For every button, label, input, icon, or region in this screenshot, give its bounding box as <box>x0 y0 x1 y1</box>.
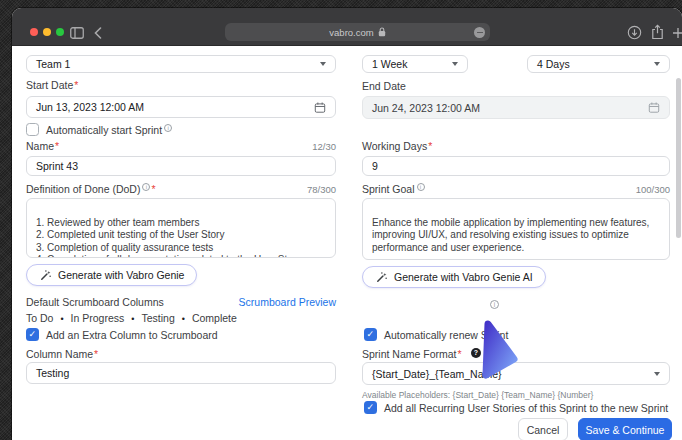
site-badge-icon[interactable] <box>474 27 485 38</box>
calendar-icon[interactable] <box>314 101 326 114</box>
auto-renew-checkbox[interactable] <box>364 328 377 341</box>
sprint-name-format-label: Sprint Name Format <box>362 348 462 360</box>
browser-toolbar: vabro.com <box>12 8 682 46</box>
screenshot-stage: vabro.com Team 1 Start <box>0 0 682 440</box>
scrumboard-preview-link[interactable]: Scrumboard Preview <box>239 296 336 308</box>
lock-icon <box>378 27 386 37</box>
new-tab-icon[interactable] <box>672 27 682 39</box>
column-testing: Testing <box>124 312 174 324</box>
dod-value: 1. Reviewed by other team members 2. Com… <box>36 217 301 258</box>
sprint-goal-label: Sprint Goal <box>362 183 425 195</box>
dod-label-row: Definition of Done (DoD) 78/300 <box>26 183 336 195</box>
info-icon <box>142 183 150 191</box>
goal-counter: 100/300 <box>636 184 670 195</box>
column-name-input[interactable]: Testing <box>26 362 336 384</box>
start-date-input[interactable]: Jun 13, 2023 12:00 AM <box>26 96 336 118</box>
duration-select[interactable]: 1 Week <box>362 55 468 73</box>
extra-column-label: Add an Extra Column to Scrumboard <box>46 329 218 341</box>
info-icon <box>417 183 425 191</box>
recurring-stories-label: Add all Recurring User Stories of this S… <box>384 402 668 414</box>
working-days-label: Working Days <box>362 140 432 152</box>
help-icon[interactable] <box>471 348 481 358</box>
generate-genie-button[interactable]: Generate with Vabro Genie <box>26 264 197 286</box>
column-todo: To Do <box>26 312 53 324</box>
save-continue-button[interactable]: Save & Continue <box>578 418 672 440</box>
recurring-stories-checkbox[interactable] <box>364 401 377 414</box>
cancel-button[interactable]: Cancel <box>518 418 568 440</box>
magic-wand-icon <box>39 269 52 282</box>
start-date-value: Jun 13, 2023 12:00 AM <box>36 101 144 113</box>
vertical-scrollbar[interactable] <box>676 78 681 238</box>
end-date-label: End Date <box>362 80 406 92</box>
extra-column-checkbox[interactable] <box>26 328 39 341</box>
sprint-goal-value: Enhance the mobile application by implem… <box>372 217 649 253</box>
name-value: Sprint 43 <box>36 160 78 172</box>
chevron-down-icon <box>654 372 660 376</box>
url-text: vabro.com <box>329 27 373 38</box>
name-label-row: Name 12/30 <box>26 140 336 152</box>
working-days-value: 9 <box>372 160 378 172</box>
days-value: 4 Days <box>537 58 570 70</box>
name-label: Name <box>26 140 59 152</box>
dod-counter: 78/300 <box>307 184 336 195</box>
auto-renew-label: Automatically renew Sprint <box>384 329 508 341</box>
info-icon[interactable] <box>490 300 499 309</box>
end-date-input: Jun 24, 2023 12:00 AM <box>362 96 670 119</box>
sprint-goal-textarea[interactable]: Enhance the mobile application by implem… <box>362 198 670 260</box>
team-select[interactable]: Team 1 <box>26 55 336 73</box>
dod-label: Definition of Done (DoD) <box>26 183 155 195</box>
name-input[interactable]: Sprint 43 <box>26 156 336 176</box>
start-date-label: Start Date <box>26 79 78 91</box>
address-bar[interactable]: vabro.com <box>225 23 490 41</box>
auto-start-label: Automatically start Sprint <box>46 124 172 136</box>
column-name-label: Column Name <box>26 348 98 360</box>
days-select[interactable]: 4 Days <box>527 55 670 73</box>
calendar-icon <box>648 101 660 114</box>
column-inprogress: In Progress <box>53 312 124 324</box>
goal-label-row: Sprint Goal 100/300 <box>362 183 670 195</box>
sprint-name-format-select[interactable]: {Start_Date}_{Team_Name} <box>362 362 670 385</box>
chevron-down-icon <box>654 62 660 66</box>
duration-value: 1 Week <box>372 58 407 70</box>
scrumboard-columns-label: Default Scrumboard Columns <box>26 296 164 308</box>
available-placeholders-text: Available Placeholders: {Start_Date} {Te… <box>362 390 593 400</box>
zoom-window-button[interactable] <box>56 28 64 36</box>
save-continue-button-label: Save & Continue <box>586 424 665 436</box>
generate-genie-ai-button[interactable]: Generate with Vabro Genie AI <box>362 266 546 288</box>
sprint-form: Team 1 Start Date Jun 13, 2023 12:00 AM … <box>12 46 682 440</box>
name-counter: 12/30 <box>312 141 336 152</box>
sprint-name-format-value: {Start_Date}_{Team_Name} <box>372 368 502 380</box>
working-days-input[interactable]: 9 <box>362 156 670 176</box>
chevron-down-icon <box>452 62 458 66</box>
column-complete: Complete <box>175 312 237 324</box>
minimize-window-button[interactable] <box>43 28 51 36</box>
dod-textarea[interactable]: 1. Reviewed by other team members 2. Com… <box>26 198 336 258</box>
auto-start-checkbox[interactable] <box>26 123 39 136</box>
cancel-button-label: Cancel <box>527 424 560 436</box>
browser-window: vabro.com Team 1 Start <box>12 8 682 440</box>
close-window-button[interactable] <box>30 28 38 36</box>
team-select-value: Team 1 <box>36 58 70 70</box>
magic-wand-icon <box>375 271 388 284</box>
generate-genie-ai-label: Generate with Vabro Genie AI <box>394 271 533 283</box>
downloads-icon[interactable] <box>627 25 642 40</box>
info-icon <box>164 124 172 132</box>
scrumboard-columns-list: To Do In Progress Testing Complete <box>26 312 237 324</box>
chevron-down-icon <box>320 62 326 66</box>
sidebar-toggle-icon[interactable] <box>70 27 84 39</box>
generate-genie-label: Generate with Vabro Genie <box>58 269 184 281</box>
column-name-value: Testing <box>36 367 69 379</box>
end-date-value: Jun 24, 2023 12:00 AM <box>372 102 480 114</box>
share-icon[interactable] <box>651 24 664 40</box>
back-icon[interactable] <box>94 27 102 39</box>
